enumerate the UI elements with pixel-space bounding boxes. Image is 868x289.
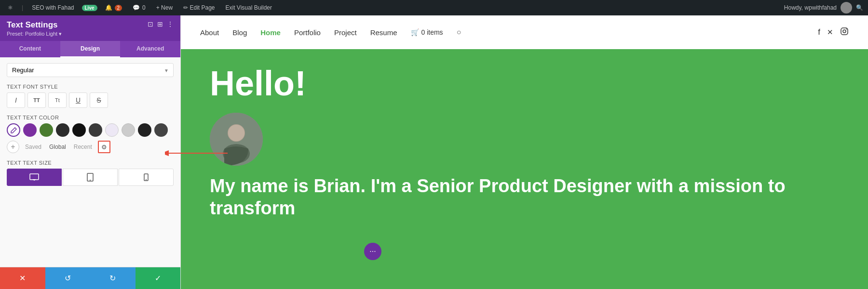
- underline-button[interactable]: U: [69, 92, 87, 108]
- nav-links: About Blog Home Portfolio Project Resume…: [200, 28, 461, 37]
- size-buttons: [7, 169, 174, 186]
- font-weight-select[interactable]: Regular Bold Light: [7, 63, 174, 77]
- color-swatch-darkgray[interactable]: [56, 123, 69, 137]
- color-swatch-purple[interactable]: [23, 123, 37, 137]
- live-badge: Live: [82, 5, 97, 11]
- text-color-label: Text Text Color: [7, 115, 174, 120]
- site-preview: About Blog Home Portfolio Project Resume…: [181, 15, 868, 289]
- tab-design[interactable]: Design: [60, 41, 121, 57]
- save-button[interactable]: ✓: [136, 267, 181, 289]
- reset-button[interactable]: ↺: [45, 267, 91, 289]
- panel-tabs: Content Design Advanced: [0, 41, 180, 57]
- tab-advanced[interactable]: Advanced: [120, 41, 180, 57]
- capitalize-button[interactable]: Tt: [48, 92, 67, 108]
- color-swatch-gray[interactable]: [122, 123, 135, 137]
- redo-button[interactable]: ↻: [90, 267, 136, 289]
- facebook-icon[interactable]: f: [818, 27, 820, 37]
- uppercase-button[interactable]: TT: [27, 92, 46, 108]
- edit-color-button[interactable]: [7, 123, 20, 137]
- size-mobile-button[interactable]: [119, 169, 174, 186]
- site-nav: About Blog Home Portfolio Project Resume…: [181, 15, 868, 49]
- cart-count: 0 items: [421, 28, 443, 36]
- italic-button[interactable]: I: [7, 92, 25, 108]
- color-swatch-medgray[interactable]: [154, 123, 168, 137]
- add-color-button[interactable]: +: [7, 141, 19, 153]
- admin-bar: ⚛ | SEO with Fahad Live 🔔 2 💬 0 + New ✏ …: [0, 0, 868, 15]
- hero-greeting: Hello!: [210, 64, 839, 103]
- svg-rect-0: [30, 174, 39, 180]
- hero-content: Hello! My name is Brian. I'm a Senior Pr…: [181, 49, 868, 234]
- notif-count[interactable]: 🔔 2: [102, 0, 125, 15]
- new-button[interactable]: + New: [153, 0, 176, 15]
- color-settings-gear-button[interactable]: ⚙: [98, 141, 110, 153]
- text-size-row: Text Text Size: [7, 160, 174, 186]
- nav-home[interactable]: Home: [260, 28, 281, 37]
- color-swatch-light[interactable]: [105, 123, 119, 137]
- howdy-text: Howdy, wpwithfahad: [784, 4, 837, 11]
- main-layout: Text Settings Preset: Portfolio Light ▾ …: [0, 15, 868, 289]
- exit-builder-button[interactable]: Exit Visual Builder: [223, 0, 275, 15]
- expand-icon[interactable]: ⊞: [157, 20, 163, 28]
- svg-point-13: [228, 125, 244, 141]
- size-tablet-button[interactable]: [63, 169, 118, 186]
- cart-icon: 🛒: [411, 28, 419, 36]
- font-style-row: Text Font Style I TT Tt U S: [7, 84, 174, 108]
- text-color-row: Text Text Color +: [7, 115, 174, 153]
- settings-panel: Text Settings Preset: Portfolio Light ▾ …: [0, 15, 181, 289]
- size-desktop-button[interactable]: [7, 169, 62, 186]
- color-tab-recent[interactable]: Recent: [72, 143, 94, 151]
- avatar-image: [210, 113, 263, 166]
- color-swatch-green[interactable]: [40, 123, 53, 137]
- nav-portfolio[interactable]: Portfolio: [294, 28, 321, 37]
- instagram-icon[interactable]: [840, 27, 849, 38]
- color-swatch-verydark[interactable]: [138, 123, 151, 137]
- hero-body-text: My name is Brian. I'm a Senior Product D…: [210, 175, 839, 219]
- style-buttons: I TT Tt U S: [7, 92, 174, 108]
- color-tab-saved[interactable]: Saved: [23, 143, 43, 151]
- text-size-label: Text Text Size: [7, 160, 174, 166]
- panel-title: Text Settings: [7, 20, 62, 30]
- edit-page-button[interactable]: ✏ Edit Page: [180, 0, 217, 15]
- tab-content[interactable]: Content: [0, 41, 60, 57]
- color-swatch-black1[interactable]: [72, 123, 86, 137]
- color-controls: + Saved Global Recent ⚙: [7, 141, 174, 153]
- search-icon[interactable]: 🔍: [856, 4, 863, 11]
- svg-point-9: [846, 28, 847, 29]
- avatar: [841, 2, 852, 13]
- wp-logo[interactable]: ⚛: [5, 0, 16, 15]
- nav-cart[interactable]: 🛒 0 items: [411, 28, 443, 36]
- comment-item[interactable]: 💬 0: [130, 0, 149, 15]
- svg-point-8: [843, 30, 846, 33]
- color-tab-global[interactable]: Global: [47, 143, 68, 151]
- collapse-icon[interactable]: ⊡: [148, 20, 153, 28]
- panel-bottom: ✕ ↺ ↻ ✓: [0, 267, 180, 289]
- color-swatch-black2[interactable]: [89, 123, 102, 137]
- nav-resume[interactable]: Resume: [370, 28, 397, 37]
- font-weight-row: Regular Bold Light ▼: [7, 63, 174, 77]
- nav-project[interactable]: Project: [334, 28, 357, 37]
- panel-content: Regular Bold Light ▼ Text Font Style I T…: [0, 57, 180, 267]
- nav-blog[interactable]: Blog: [232, 28, 247, 37]
- panel-header-icons: ⊡ ⊞ ⋮: [148, 20, 174, 28]
- more-options-icon[interactable]: ⋮: [167, 20, 174, 28]
- font-style-label: Text Font Style: [7, 84, 174, 90]
- twitter-icon[interactable]: ✕: [827, 28, 833, 37]
- chat-bubble-button[interactable]: ···: [364, 243, 381, 260]
- svg-point-4: [90, 180, 91, 181]
- nav-about[interactable]: About: [200, 28, 219, 37]
- panel-preset[interactable]: Preset: Portfolio Light ▾: [7, 31, 62, 37]
- color-swatches: [7, 123, 174, 137]
- strikethrough-button[interactable]: S: [90, 92, 108, 108]
- cancel-button[interactable]: ✕: [0, 267, 45, 289]
- site-name[interactable]: SEO with Fahad: [29, 0, 77, 15]
- nav-socials: f ✕: [818, 27, 849, 38]
- panel-header: Text Settings Preset: Portfolio Light ▾ …: [0, 15, 180, 41]
- nav-search-icon[interactable]: ○: [457, 28, 461, 37]
